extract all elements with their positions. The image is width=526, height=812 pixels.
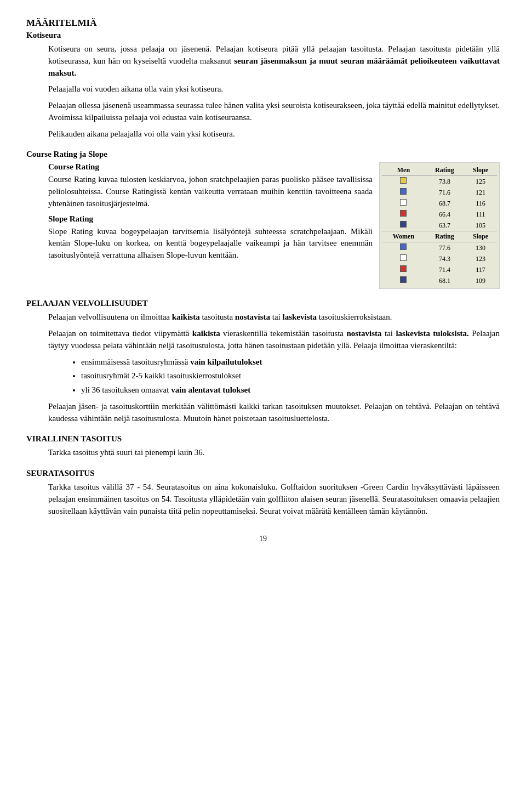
rating-cell: 77.6 [425,242,464,254]
seuratasoitus-title: SEURATASOITUS [26,469,500,478]
slope-cell: 109 [464,275,497,286]
rating-table-wrapper: Men Rating Slope 73.8 125 71.6 121 [379,162,500,289]
slope-cell: 130 [464,242,497,254]
bullet-item-2: tasoitusryhmät 2-5 kaikki tasoituskierro… [81,370,500,382]
kotiseura-title: Kotiseura [26,31,500,40]
course-rating-title: Course Rating [48,162,373,172]
maaritelma-section: MÄÄRITELMIÄ Kotiseura Kotiseura on seura… [26,18,500,140]
pelaajan-velvollisuudet-content: Pelaajan velvollisuutena on ilmoittaa ka… [48,311,500,424]
slope-rating-section: Slope Rating Slope Rating kuvaa bogeypel… [48,214,373,262]
table-row: 68.1 109 [382,275,497,286]
men-header: Men [382,165,425,176]
kotiseura-para-1: Kotiseura on seura, jossa pelaaja on jäs… [48,43,500,79]
table-row: 68.7 116 [382,198,497,209]
slope-cell: 111 [464,209,497,220]
slope-rating-para: Slope Rating kuvaa bogeypelaajan tarvits… [48,226,373,262]
virallinen-tasoitus-text: Tarkka tasoitus yhtä suuri tai pienempi … [48,447,500,459]
slope-cell: 117 [464,264,497,275]
rating-cell: 71.6 [425,187,464,198]
rating-col-header: Rating [425,165,464,176]
slope-col-header: Slope [464,165,497,176]
table-row: 74.3 123 [382,253,497,264]
seuratasoitus-content: Tarkka tasoitus välillä 37 - 54. Seurata… [48,481,500,517]
kotiseura-para-3: Pelaajan ollessa jäsenenä useammassa seu… [48,100,500,124]
course-rating-para: Course Rating kuvaa tulosten keskiarvoa,… [48,174,373,209]
rating-cell: 68.7 [425,198,464,209]
table-row: 77.6 130 [382,242,497,254]
color-cell [382,176,425,188]
women-header-row: Women Rating Slope [382,231,497,242]
kotiseura-para-4: Pelikauden aikana pelaajalla voi olla va… [48,128,500,140]
color-cell [382,275,425,286]
velvollisuudet-para-3: Pelaajan jäsen- ja tasoituskorttiin merk… [48,401,500,425]
rating-cell: 74.3 [425,253,464,264]
seuratasoitus-section: SEURATASOITUS Tarkka tasoitus välillä 37… [26,469,500,517]
rating-cell: 73.8 [425,176,464,188]
slope-cell: 125 [464,176,497,188]
velvollisuudet-para-1: Pelaajan velvollisuutena on ilmoittaa ka… [48,311,500,323]
table-row: 71.4 117 [382,264,497,275]
slope-cell: 116 [464,198,497,209]
main-content: MÄÄRITELMIÄ Kotiseura Kotiseura on seura… [26,18,500,517]
table-row: 71.6 121 [382,187,497,198]
kotiseura-para-2: Pelaajalla voi vuoden aikana olla vain y… [48,83,500,95]
virallinen-tasoitus-content: Tarkka tasoitus yhtä suuri tai pienempi … [48,447,500,459]
color-cell [382,209,425,220]
rating-table: Men Rating Slope 73.8 125 71.6 121 [382,165,497,286]
main-title: MÄÄRITELMIÄ [26,18,500,29]
course-rating-block: Course Rating Course Rating kuvaa tulost… [48,162,500,289]
women-slope-header: Slope [464,231,497,242]
bullet-item-3: yli 36 tasoituksen omaavat vain alentava… [81,384,500,396]
course-rating-ja-slope-title: Course Rating ja Slope [26,150,500,159]
rating-cell: 71.4 [425,264,464,275]
table-row: 63.7 105 [382,220,497,231]
table-row: 73.8 125 [382,176,497,188]
bullet-list: ensimmäisessä tasoitusryhmässä vain kilp… [81,356,500,396]
color-cell [382,187,425,198]
pelaajan-velvollisuudet-title: PELAAJAN VELVOLLISUUDET [26,299,500,308]
course-rating-text: Course Rating Course Rating kuvaa tulost… [48,162,373,289]
bullet-item-1: ensimmäisessä tasoitusryhmässä vain kilp… [81,356,500,368]
virallinen-tasoitus-title: VIRALLINEN TASOITUS [26,434,500,444]
color-cell [382,253,425,264]
rating-cell: 63.7 [425,220,464,231]
course-rating-content: Course Rating Course Rating kuvaa tulost… [48,162,500,289]
pelaajan-velvollisuudet-section: PELAAJAN VELVOLLISUUDET Pelaajan velvoll… [26,299,500,424]
kotiseura-content: Kotiseura on seura, jossa pelaaja on jäs… [48,43,500,140]
course-rating-section: Course Rating ja Slope Course Rating Cou… [26,150,500,289]
women-rating-header: Rating [425,231,464,242]
color-cell [382,198,425,209]
table-row: 66.4 111 [382,209,497,220]
color-cell [382,220,425,231]
slope-cell: 121 [464,187,497,198]
page-number: 19 [26,535,500,543]
slope-cell: 123 [464,253,497,264]
velvollisuudet-para-2: Pelaajan on toimitettava tiedot viipymät… [48,328,500,352]
slope-rating-title: Slope Rating [48,214,373,224]
seuratasoitus-text: Tarkka tasoitus välillä 37 - 54. Seurata… [48,481,500,517]
color-cell [382,242,425,254]
virallinen-tasoitus-section: VIRALLINEN TASOITUS Tarkka tasoitus yhtä… [26,434,500,459]
rating-cell: 66.4 [425,209,464,220]
slope-cell: 105 [464,220,497,231]
women-header: Women [382,231,425,242]
color-cell [382,264,425,275]
rating-cell: 68.1 [425,275,464,286]
